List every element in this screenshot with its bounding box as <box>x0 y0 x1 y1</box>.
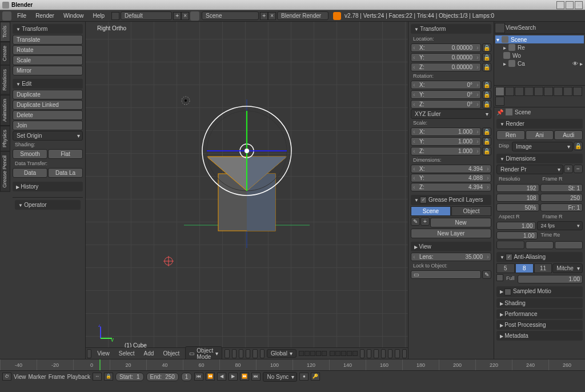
aa-size-field[interactable]: 1.00 <box>518 275 583 283</box>
gp-pencil-icon[interactable]: ✎ <box>411 217 420 226</box>
smooth-button[interactable]: Smooth <box>13 149 47 159</box>
sync-dropdown[interactable]: No Sync <box>263 372 297 382</box>
keying-set-icon[interactable]: 🔑 <box>311 373 320 381</box>
current-frame-field[interactable]: 1 <box>181 373 193 381</box>
loc-y-field[interactable]: ‹Y:0.00000› <box>411 53 481 62</box>
res-scale-field[interactable]: 50% <box>496 203 539 211</box>
gp-object-button[interactable]: Object <box>451 206 491 216</box>
lock-rot-z-icon[interactable]: 🔒 <box>482 100 491 109</box>
lock-scale-z-icon[interactable]: 🔒 <box>482 147 491 155</box>
aspect-y-field[interactable]: 1.00 <box>496 231 538 239</box>
loc-z-field[interactable]: ‹Z:0.00000› <box>411 63 481 71</box>
full-sample-check[interactable] <box>496 274 503 281</box>
outliner[interactable]: ▾Scene ▸Re Wo ▸Ca 👁 ▸ <box>494 34 585 86</box>
panel-edit[interactable]: Edit <box>13 79 83 89</box>
preset-remove-icon[interactable]: − <box>574 165 583 173</box>
lock-scale-x-icon[interactable]: 🔒 <box>482 127 491 136</box>
dim-z-field[interactable]: ‹Z:4.394› <box>411 183 491 191</box>
lock-loc-y-icon[interactable]: 🔒 <box>482 53 491 62</box>
delete-button[interactable]: Delete <box>13 110 83 120</box>
manipulator-toggle-icon[interactable] <box>239 349 243 358</box>
aa-filter-dropdown[interactable]: Mitche <box>552 263 583 273</box>
outliner-search[interactable]: Search <box>518 25 536 31</box>
remove-scene-button[interactable]: × <box>268 12 276 20</box>
data-button[interactable]: Data <box>13 168 47 178</box>
rotation-mode-dropdown[interactable]: XYZ Euler <box>411 109 491 119</box>
jump-start-icon[interactable]: ⏮ <box>194 373 203 381</box>
new-field[interactable] <box>555 241 583 249</box>
viewport-editor-type-icon[interactable] <box>87 349 91 358</box>
display-dropdown[interactable]: Image <box>512 142 573 151</box>
frame-end-field[interactable]: 250 <box>540 194 583 202</box>
n-transform-header[interactable]: Transform <box>411 24 491 34</box>
flat-button[interactable]: Flat <box>48 149 83 159</box>
shading-mode-icon[interactable] <box>225 349 229 358</box>
preset-add-icon[interactable]: + <box>564 165 573 173</box>
render-preset-dropdown[interactable]: Render Pr <box>496 165 563 174</box>
set-origin-dropdown[interactable]: Set Origin <box>13 131 83 141</box>
layers-widget[interactable] <box>299 351 358 356</box>
panel-sampled-motion[interactable]: Sampled Motio <box>496 286 583 297</box>
close-button[interactable]: × <box>575 1 583 9</box>
scale-y-field[interactable]: ‹Y:1.000› <box>411 137 481 146</box>
frame-start-field[interactable]: St: 1 <box>540 184 583 192</box>
scale-button[interactable]: Scale <box>13 55 83 65</box>
duplicate-button[interactable]: Duplicate <box>13 90 83 99</box>
gp-layers-header[interactable]: ✓ Grease Pencil Layers <box>411 195 491 205</box>
panel-render[interactable]: Render <box>496 119 583 129</box>
duplicate-linked-button[interactable]: Duplicate Linked <box>13 100 83 110</box>
tl-menu-frame[interactable]: Frame <box>49 374 65 380</box>
scene-dropdown[interactable]: Scene <box>202 11 259 20</box>
screen-layout-dropdown[interactable]: Default <box>121 11 172 20</box>
play-reverse-icon[interactable]: ◀ <box>217 373 226 381</box>
back-to-previous-icon[interactable] <box>111 12 119 20</box>
tree-item-camera[interactable]: ▸Ca 👁 ▸ <box>495 59 584 67</box>
range-icon[interactable]: ↔ <box>93 373 102 381</box>
panel-performance[interactable]: Performance <box>496 309 583 319</box>
rotate-button[interactable]: Rotate <box>13 45 83 55</box>
render-preview-icon[interactable] <box>381 349 386 358</box>
tree-item-renderlayers[interactable]: ▸Re <box>495 43 584 51</box>
tl-menu-playback[interactable]: Playback <box>67 374 91 380</box>
frame-step-field[interactable]: Fr: 1 <box>540 203 583 211</box>
prop-tab-texture[interactable] <box>495 97 504 106</box>
copy-icon[interactable] <box>395 349 399 358</box>
panel-metadata[interactable]: Metadata <box>496 331 583 341</box>
tab-physics[interactable]: Physics <box>0 126 10 151</box>
gp-new-layer-button[interactable]: New Layer <box>411 229 491 238</box>
menu-help[interactable]: Help <box>89 11 110 20</box>
res-y-field[interactable]: 108 <box>496 194 539 202</box>
panel-transform[interactable]: Transform <box>13 24 83 34</box>
panel-shading[interactable]: Shading <box>496 298 583 308</box>
start-frame-field[interactable]: Start:1 <box>115 373 143 381</box>
add-layout-button[interactable]: + <box>173 12 181 20</box>
snap-icon[interactable] <box>367 349 371 358</box>
timeline-ruler[interactable]: -40 -20 0 20 40 60 80 100 120 140 160 18… <box>0 359 585 371</box>
aspect-x-field[interactable]: 1.00 <box>496 222 536 230</box>
lock-camera-icon[interactable] <box>360 349 364 358</box>
jump-end-icon[interactable]: ⏭ <box>251 373 261 381</box>
snap-type-icon[interactable] <box>374 349 378 358</box>
gp-scene-button[interactable]: Scene <box>411 206 451 216</box>
vp-menu-add[interactable]: Add <box>141 349 158 358</box>
rot-x-field[interactable]: ‹X:0°› <box>411 81 481 89</box>
data-layout-button[interactable]: Data La <box>48 168 83 178</box>
prop-tab-scene[interactable] <box>515 87 524 96</box>
menu-window[interactable]: Window <box>59 11 89 20</box>
aa-5-button[interactable]: 5 <box>496 263 515 273</box>
animation-button[interactable]: Ani <box>526 130 554 140</box>
vp-menu-object[interactable]: Object <box>159 349 183 358</box>
scale-x-field[interactable]: ‹X:1.000› <box>411 127 481 136</box>
border-check[interactable] <box>496 241 524 249</box>
join-button[interactable]: Join <box>13 121 83 130</box>
panel-dimensions[interactable]: Dimensions <box>496 154 583 163</box>
render-button[interactable]: Ren <box>496 130 525 140</box>
pin-icon[interactable]: 📌 <box>496 109 503 115</box>
tab-create[interactable]: Create <box>0 42 10 65</box>
lock-object-field[interactable]: ▭ <box>411 270 481 279</box>
tab-relations[interactable]: Relations <box>0 65 10 95</box>
outliner-editor-icon[interactable] <box>495 23 505 33</box>
gp-check[interactable]: ✓ <box>420 197 427 203</box>
lock-rot-y-icon[interactable]: 🔒 <box>482 90 491 99</box>
timeline-editor-icon[interactable]: ⏱ <box>2 373 11 381</box>
